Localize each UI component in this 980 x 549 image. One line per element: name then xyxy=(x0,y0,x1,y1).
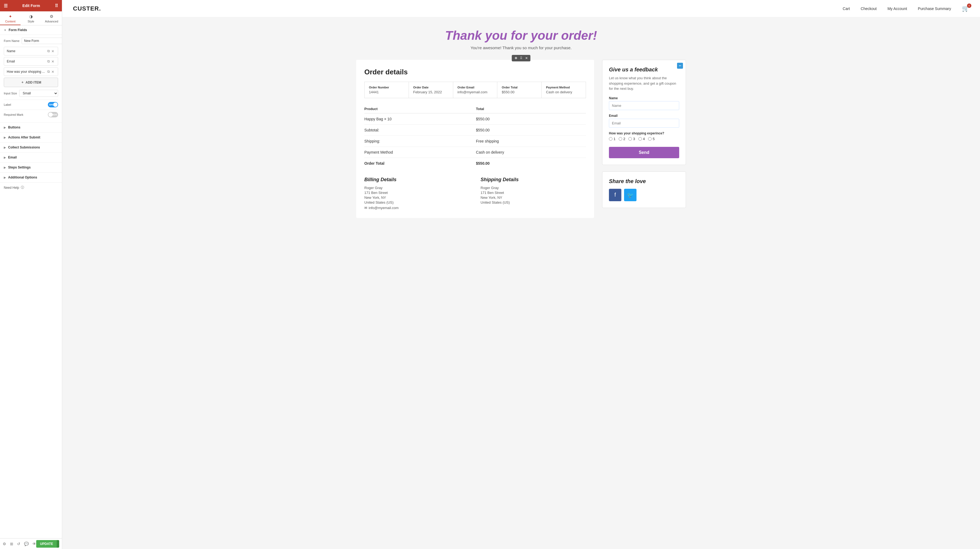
billing-address1: 171 Ben Street xyxy=(364,191,470,195)
update-dropdown-button[interactable]: ▼ xyxy=(57,540,59,547)
table-header-total: Total xyxy=(476,105,586,113)
feedback-edit-icon[interactable]: ✏ xyxy=(677,63,683,69)
settings-icon[interactable]: ⚙ xyxy=(3,542,6,546)
layers-icon[interactable]: ⊞ xyxy=(10,542,13,546)
add-item-button[interactable]: ＋ ADD ITEM xyxy=(4,78,58,87)
input-size-row: Input Size Small Medium Large xyxy=(4,90,58,97)
shipping-country: United States (US) xyxy=(480,200,586,204)
order-meta: Order Number 14441 Order Date February 1… xyxy=(364,82,586,98)
input-size-label: Input Size xyxy=(4,92,17,95)
panel-body: ▼ Form Fields Form Name Name ⧉ ✕ Email ⧉… xyxy=(0,26,62,538)
table-header-product: Product xyxy=(364,105,476,113)
tab-content[interactable]: ✦ Content xyxy=(0,11,21,25)
label-toggle[interactable]: SHOW xyxy=(48,102,58,107)
rating-2[interactable]: 2 xyxy=(619,137,625,141)
feedback-desc: Let us know what you think about the sho… xyxy=(609,75,679,91)
nav-checkout[interactable]: Checkout xyxy=(861,6,877,11)
steps-settings-header[interactable]: ▶ Steps Settings xyxy=(0,163,62,172)
panel-tabs: ✦ Content ◑ Style ⚙ Advanced xyxy=(0,11,62,26)
order-section: Order details Order Number 14441 Order D… xyxy=(356,60,594,218)
add-item-label: ADD ITEM xyxy=(25,81,41,85)
required-mark-toggle[interactable]: HIDE xyxy=(48,112,58,117)
nav-purchase-summary[interactable]: Purchase Summary xyxy=(918,6,951,11)
form-name-label: Form Name xyxy=(4,39,19,43)
billing-block: Billing Details Roger Gray 171 Ben Stree… xyxy=(364,177,470,210)
form-name-input[interactable] xyxy=(22,38,62,44)
actions-after-submit-header[interactable]: ▶ Actions After Submit xyxy=(0,132,62,142)
field-copy-btn-email[interactable]: ⧉ xyxy=(46,59,51,64)
email-section-header[interactable]: ▶ Email xyxy=(0,153,62,162)
table-row: Happy Bag × 10 $550.00 xyxy=(364,113,586,124)
shipping-title: Shipping Details xyxy=(480,177,586,182)
billing-name: Roger Gray xyxy=(364,186,470,190)
required-mark-toggle-row: Required Mark HIDE xyxy=(4,110,58,120)
thank-you-title: Thank you for your order! xyxy=(356,28,686,43)
facebook-share-icon[interactable]: f xyxy=(609,189,621,201)
shipping-name: Roger Gray xyxy=(480,186,586,190)
summary-shipping-row: Shipping: Free shipping xyxy=(364,136,586,147)
cart-icon-button[interactable]: 🛒 0 xyxy=(962,5,969,12)
summary-order-total-row: Order Total $550.00 xyxy=(364,158,586,169)
page-content: Thank you for your order! You're awesome… xyxy=(345,17,697,229)
billing-country: United States (US) xyxy=(364,200,470,204)
rating-4[interactable]: 4 xyxy=(638,137,645,141)
rating-1[interactable]: 1 xyxy=(609,137,616,141)
help-icon: ⓘ xyxy=(21,185,24,190)
shipping-address1: 171 Ben Street xyxy=(480,191,586,195)
widget-move-btn[interactable]: ✥ xyxy=(514,56,519,61)
billing-shipping: Billing Details Roger Gray 171 Ben Stree… xyxy=(364,177,586,210)
field-copy-btn-shopping[interactable]: ⧉ xyxy=(46,70,51,74)
feedback-column: ✏ Give us a feedback Let us know what yo… xyxy=(602,60,686,208)
add-item-plus-icon: ＋ xyxy=(21,80,24,85)
buttons-section-header[interactable]: ▶ Buttons xyxy=(0,123,62,132)
share-section: Share the love f 🐦 xyxy=(602,171,686,208)
nav-links: Cart Checkout My Account Purchase Summar… xyxy=(843,5,969,12)
input-size-select[interactable]: Small Medium Large xyxy=(19,90,58,97)
additional-options-header[interactable]: ▶ Additional Options xyxy=(0,172,62,182)
order-table: Product Total Happy Bag × 10 $550.00 Sub… xyxy=(364,105,586,169)
send-button[interactable]: Send xyxy=(609,147,679,158)
left-panel: ☰ Edit Form ⠿ ✦ Content ◑ Style ⚙ Advanc… xyxy=(0,0,62,549)
widget-toolbar: ✥ ⠿ ✕ xyxy=(512,55,531,61)
grid-icon[interactable]: ⠿ xyxy=(55,3,58,8)
need-help-footer[interactable]: Need Help ⓘ xyxy=(0,182,62,193)
field-delete-btn-shopping[interactable]: ✕ xyxy=(51,70,55,74)
summary-subtotal-row: Subtotal: $550.00 xyxy=(364,124,586,136)
history-icon[interactable]: ↺ xyxy=(17,542,20,546)
collect-submissions-header[interactable]: ▶ Collect Submissions xyxy=(0,142,62,152)
tab-advanced[interactable]: ⚙ Advanced xyxy=(41,11,62,25)
field-copy-btn-name[interactable]: ⧉ xyxy=(46,49,51,53)
feedback-name-input[interactable] xyxy=(609,101,679,110)
menu-icon[interactable]: ☰ xyxy=(4,3,8,8)
feedback-email-group: Email xyxy=(609,114,679,128)
feedback-name-group: Name xyxy=(609,96,679,110)
need-help-label: Need Help xyxy=(4,186,19,190)
twitter-share-icon[interactable]: 🐦 xyxy=(624,189,636,201)
summary-payment-row: Payment Method Cash on delivery xyxy=(364,147,586,158)
bottom-bar-icons: ⚙ ⊞ ↺ 💬 👁 xyxy=(3,542,36,546)
meta-order-number: Order Number 14441 xyxy=(364,82,409,98)
rating-5[interactable]: 5 xyxy=(648,137,655,141)
rating-3[interactable]: 3 xyxy=(628,137,635,141)
widget-close-btn[interactable]: ✕ xyxy=(524,56,529,61)
order-title: Order details xyxy=(364,68,586,76)
panel-header: ☰ Edit Form ⠿ xyxy=(0,0,62,11)
field-delete-btn-name[interactable]: ✕ xyxy=(51,49,55,53)
form-fields-label: Form Fields xyxy=(9,28,27,32)
feedback-name-label: Name xyxy=(609,96,679,100)
widget-grid-btn[interactable]: ⠿ xyxy=(519,56,523,61)
form-fields-section-header[interactable]: ▼ Form Fields xyxy=(0,26,62,35)
nav-cart[interactable]: Cart xyxy=(843,6,850,11)
tab-style[interactable]: ◑ Style xyxy=(21,11,41,25)
feedback-email-input[interactable] xyxy=(609,119,679,128)
required-mark-label: Required Mark xyxy=(4,113,23,116)
eye-icon[interactable]: 👁 xyxy=(32,542,36,546)
comments-icon[interactable]: 💬 xyxy=(24,542,29,546)
label-toggle-label: Label xyxy=(4,103,11,106)
field-delete-btn-email[interactable]: ✕ xyxy=(51,59,55,64)
update-button[interactable]: UPDATE xyxy=(36,540,57,547)
shipping-block: Shipping Details Roger Gray 171 Ben Stre… xyxy=(480,177,586,210)
brand-logo: CUSTER. xyxy=(73,5,101,12)
update-button-group[interactable]: UPDATE ▼ xyxy=(36,540,59,547)
nav-my-account[interactable]: My Account xyxy=(888,6,907,11)
